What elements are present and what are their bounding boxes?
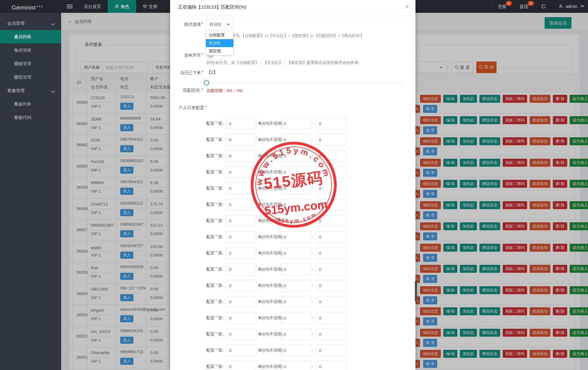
config-row-label: 配置* 第: [170, 234, 223, 240]
config-input-1[interactable] [226, 118, 256, 129]
config-input-2[interactable] [281, 247, 311, 259]
chevron-down-icon [227, 24, 229, 25]
config-input-1[interactable] [226, 166, 256, 178]
dropdown-option-1[interactable]: 分组配置 [206, 31, 233, 39]
config-unit-label: 单(0为不启用) [258, 331, 283, 337]
sidebar-item-1-1[interactable]: 会员列表 [0, 30, 61, 43]
config-input-2[interactable] [281, 312, 311, 324]
refresh-button[interactable] [536, 0, 551, 13]
today-orders-label: 当日已下单* [170, 70, 203, 76]
hamburger-menu-icon[interactable] [67, 4, 73, 9]
sidebar-item-1-3[interactable]: 充值管理 [0, 57, 61, 70]
dropdown-option-3[interactable]: 固定值 [206, 47, 233, 55]
config-row: 配置* 第:单(0为不启用)- [170, 183, 415, 199]
close-icon[interactable]: × [403, 2, 411, 10]
refresh-icon [541, 4, 546, 9]
config-row-label: 配置* 第: [170, 218, 223, 224]
config-row: 配置* 第:单(0为不启用)- [170, 345, 415, 361]
config-input-1[interactable] [226, 264, 256, 275]
config-row: 配置* 第:单(0为不启用)- [170, 264, 415, 280]
config-input-3[interactable] [316, 280, 346, 291]
config-dash-label: - [312, 315, 313, 320]
config-row-label: 配置* 第: [170, 169, 223, 175]
sidebar-item-2-1[interactable]: 客服列表 [0, 97, 61, 111]
sidebar-item-2-2[interactable]: 客服代码 [0, 111, 61, 124]
config-dash-label: - [312, 137, 313, 142]
config-dash-label: - [312, 218, 313, 223]
config-input-1[interactable] [226, 247, 256, 259]
config-input-1[interactable] [226, 345, 256, 356]
config-input-3[interactable] [316, 215, 346, 227]
scrollbar-thumb[interactable] [415, 281, 417, 302]
sidebar-item-1-2[interactable]: 会员等级 [0, 43, 61, 57]
nav-tab-2[interactable]: 角色 [108, 0, 136, 13]
config-input-1[interactable] [226, 134, 256, 146]
sidebar-group-1[interactable]: 会员管理 [0, 17, 61, 30]
config-dash-label: - [312, 283, 313, 287]
config-row: 配置* 第:单(0为不启用)- [170, 328, 415, 345]
config-input-3[interactable] [316, 118, 346, 129]
mode-select[interactable]: 百分比 [206, 19, 233, 30]
config-input-3[interactable] [316, 361, 346, 370]
mode-label: 模式选项* [170, 22, 203, 27]
sidebar-group-2[interactable]: 客服管理 [0, 84, 61, 97]
match-range-slider-handle[interactable] [204, 80, 209, 86]
config-input-3[interactable] [316, 150, 346, 162]
config-input-2[interactable] [281, 328, 311, 340]
config-unit-label: 单(0为不启用) [258, 267, 283, 272]
config-input-3[interactable] [316, 134, 346, 146]
config-row-label: 配置* 第: [170, 202, 223, 207]
config-input-3[interactable] [316, 166, 346, 178]
config-input-1[interactable] [226, 215, 256, 227]
config-input-3[interactable] [316, 264, 346, 275]
config-row-label: 配置* 第: [170, 267, 223, 272]
config-input-2[interactable] [281, 215, 311, 227]
config-input-1[interactable] [226, 183, 256, 194]
config-input-1[interactable] [226, 328, 256, 340]
config-row: 配置* 第:单(0为不启用)- [170, 199, 415, 215]
config-input-2[interactable] [281, 296, 311, 308]
config-input-1[interactable] [226, 312, 256, 324]
dropdown-option-2[interactable]: 百分比 [206, 39, 233, 47]
match-range-slider-track[interactable] [206, 83, 403, 83]
config-input-1[interactable] [226, 296, 256, 308]
user-menu[interactable]: admin [554, 0, 588, 13]
config-input-2[interactable] [281, 150, 311, 162]
config-input-3[interactable] [316, 296, 346, 308]
config-unit-label: 单(0为不启用) [258, 348, 283, 353]
config-dash-label: - [312, 299, 313, 304]
config-row: 配置* 第:单(0为不启用)- [170, 231, 415, 247]
config-row-label: 配置* 第: [170, 283, 223, 288]
sidebar-item-1-4[interactable]: 提现管理 [0, 70, 61, 84]
config-input-2[interactable] [281, 264, 311, 275]
config-input-2[interactable] [281, 280, 311, 291]
config-dash-label: - [312, 121, 313, 125]
config-input-1[interactable] [226, 231, 256, 243]
config-input-1[interactable] [226, 280, 256, 291]
mode-help-text: 抢单顺序为:【分组配置】>(【百分比】=【固定值】)>【匹配区间】>【商品栏目】 [220, 33, 364, 39]
config-input-2[interactable] [281, 134, 311, 146]
config-input-2[interactable] [281, 199, 311, 210]
config-input-2[interactable] [281, 166, 311, 178]
config-input-3[interactable] [316, 345, 346, 356]
user-icon [559, 4, 563, 9]
config-input-1[interactable] [226, 199, 256, 210]
config-input-2[interactable] [281, 345, 311, 356]
config-input-2[interactable] [281, 183, 311, 194]
edit-match-range-modal: 正在编辑【123123】匹配区间(%) × 模式选项* 百分比 抢单顺序为:【分… [170, 0, 415, 370]
withdraw-menu[interactable]: 提现 4 [514, 0, 534, 13]
recharge-menu[interactable]: 充值 2 [492, 0, 512, 13]
config-input-2[interactable] [281, 118, 311, 129]
config-unit-label: 单(0为不启用) [258, 186, 283, 191]
config-input-3[interactable] [316, 247, 346, 259]
config-input-3[interactable] [316, 231, 346, 243]
config-input-3[interactable] [316, 199, 346, 210]
config-input-3[interactable] [316, 312, 346, 324]
config-input-3[interactable] [316, 183, 346, 194]
nav-tab-1[interactable]: 后台首页 [77, 0, 108, 13]
config-input-1[interactable] [226, 150, 256, 162]
config-input-1[interactable] [226, 361, 256, 370]
config-input-2[interactable] [281, 361, 311, 370]
config-input-3[interactable] [316, 328, 346, 340]
config-input-2[interactable] [281, 231, 311, 243]
